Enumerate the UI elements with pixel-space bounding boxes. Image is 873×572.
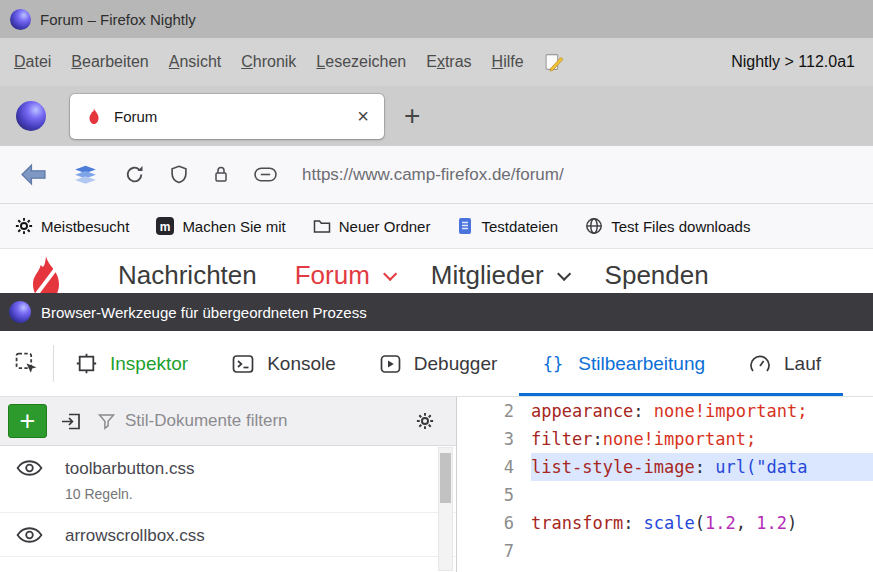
navigation-toolbar: https://www.camp-firefox.de/forum/ xyxy=(0,146,873,204)
menubar-items: DateiBearbeitenAnsichtChronikLesezeichen… xyxy=(14,53,524,71)
code-line: 2appearance: none!important; xyxy=(457,397,873,425)
eye-icon[interactable] xyxy=(16,526,43,544)
stylesheet-name: arrowscrollbox.css xyxy=(65,526,205,546)
devtools-title: Browser-Werkzeuge für übergeordneten Pro… xyxy=(41,304,367,321)
notes-icon[interactable] xyxy=(544,52,564,72)
url-text: https://www.camp-firefox.de/forum/ xyxy=(302,165,564,185)
bookmark-neuer-ordner[interactable]: Neuer Ordner xyxy=(313,218,431,235)
devtools-tab-debugger[interactable]: Debugger xyxy=(358,331,519,396)
menu-item-bearbeiten[interactable]: Bearbeiten xyxy=(71,53,148,71)
lock-icon[interactable] xyxy=(213,165,229,184)
address-bar[interactable]: https://www.camp-firefox.de/forum/ xyxy=(302,165,564,185)
inspector-frame-icon xyxy=(76,353,97,374)
bookmark-meistbesucht[interactable]: Meistbesucht xyxy=(15,217,129,235)
menu-item-chronik[interactable]: Chronik xyxy=(241,53,296,71)
code-line: 4list-style-image: url("data xyxy=(457,453,873,481)
chevron-down-icon xyxy=(557,266,571,280)
performance-icon xyxy=(749,353,771,375)
devtools-tab-konsole[interactable]: Konsole xyxy=(210,331,358,396)
menu-item-ansicht[interactable]: Ansicht xyxy=(169,53,221,71)
style-editor-panel: + toolbarbutton.css10 Regeln.arrowscroll… xyxy=(0,397,873,572)
devtools-titlebar: Browser-Werkzeuge für übergeordneten Pro… xyxy=(0,293,873,331)
permissions-icon[interactable] xyxy=(254,167,277,182)
site-nav-spenden[interactable]: Spenden xyxy=(605,260,709,291)
style-editor-toolbar: + xyxy=(0,397,456,446)
new-tab-button[interactable]: + xyxy=(404,102,420,130)
tracking-protection-shield-icon[interactable] xyxy=(170,165,188,185)
browser-window: Forum – Firefox Nightly DateiBearbeitenA… xyxy=(0,0,873,572)
code-text xyxy=(531,537,873,565)
devtools-tab-lauf[interactable]: Lauf xyxy=(727,331,843,396)
list-scrollbar[interactable] xyxy=(438,447,453,571)
stylesheet-item-toolbarbutton-css[interactable]: toolbarbutton.css10 Regeln. xyxy=(0,446,456,513)
bookmark-label: Testdateien xyxy=(481,218,558,235)
import-stylesheet-button[interactable] xyxy=(61,411,83,432)
code-text: transform: scale(1.2, 1.2) xyxy=(531,509,873,537)
tab-close-icon[interactable]: × xyxy=(357,106,369,126)
code-line: 7 xyxy=(457,537,873,565)
active-tab-forum[interactable]: Forum × xyxy=(70,94,384,139)
code-line: 5 xyxy=(457,481,873,509)
devtools-tab-stilbearbeitung[interactable]: {}Stilbearbeitung xyxy=(519,331,727,396)
mastodon-icon: m xyxy=(156,217,174,235)
file-icon xyxy=(457,217,473,235)
stylesheet-rule-count: 10 Regeln. xyxy=(65,486,194,502)
site-nav-nachrichten[interactable]: Nachrichten xyxy=(118,260,257,291)
bookmark-label: Machen Sie mit xyxy=(182,218,285,235)
menu-item-lesezeichen[interactable]: Lesezeichen xyxy=(316,53,406,71)
line-number: 2 xyxy=(457,397,531,425)
devtools-tab-label: Inspektor xyxy=(110,353,188,375)
flame-favicon-icon xyxy=(85,106,103,127)
gear-icon xyxy=(15,217,33,235)
devtools-tab-label: Lauf xyxy=(784,353,821,375)
code-text: appearance: none!important; xyxy=(531,397,873,425)
chevron-down-icon xyxy=(383,266,397,280)
devtools-tab-inspektor[interactable]: Inspektor xyxy=(54,331,210,396)
stylesheet-list: toolbarbutton.css10 Regeln.arrowscrollbo… xyxy=(0,446,456,572)
bookmarks-bar-items: MeistbesuchtmMachen Sie mitNeuer OrdnerT… xyxy=(15,217,750,235)
stylesheet-name: toolbarbutton.css xyxy=(65,459,194,479)
site-nav-mitglieder[interactable]: Mitglieder xyxy=(431,260,567,291)
titlebar: Forum – Firefox Nightly xyxy=(0,0,873,38)
bookmark-test-files-downloads[interactable]: Test Files downloads xyxy=(585,217,750,235)
stylesheet-info: arrowscrollbox.css xyxy=(65,526,205,546)
svg-text:m: m xyxy=(160,220,171,234)
devtools-tabbar: InspektorKonsoleDebugger{}Stilbearbeitun… xyxy=(0,331,873,397)
style-editor-source[interactable]: 2appearance: none!important;3filter:none… xyxy=(457,397,873,572)
scrollbar-thumb[interactable] xyxy=(440,453,451,503)
node-picker-button[interactable] xyxy=(0,331,53,396)
menu-item-hilfe[interactable]: Hilfe xyxy=(492,53,524,71)
filter-icon xyxy=(97,412,116,430)
line-number: 6 xyxy=(457,509,531,537)
firefox-devtools-icon xyxy=(9,301,31,323)
code-line: 6transform: scale(1.2, 1.2) xyxy=(457,509,873,537)
bookmark-machen-sie-mit[interactable]: mMachen Sie mit xyxy=(156,217,285,235)
stylesheet-item-arrowscrollbox-css[interactable]: arrowscrollbox.css xyxy=(0,513,456,557)
camp-firefox-logo[interactable] xyxy=(20,251,72,293)
menu-item-datei[interactable]: Datei xyxy=(14,53,51,71)
console-icon xyxy=(232,354,254,374)
stylesheet-filter-input[interactable] xyxy=(125,411,355,431)
back-button[interactable] xyxy=(20,163,47,186)
bookmark-testdateien[interactable]: Testdateien xyxy=(457,217,558,235)
window-title: Forum – Firefox Nightly xyxy=(40,11,196,28)
eye-icon[interactable] xyxy=(16,459,43,477)
devtools-tab-label: Stilbearbeitung xyxy=(578,353,705,375)
bookmark-label: Meistbesucht xyxy=(41,218,129,235)
menu-item-extras[interactable]: Extras xyxy=(426,53,471,71)
line-number: 5 xyxy=(457,481,531,509)
devtools-tab-label: Debugger xyxy=(414,353,497,375)
tab-bar: Forum × + xyxy=(0,86,873,146)
code-text xyxy=(531,481,873,509)
code-line: 3filter:none!important; xyxy=(457,425,873,453)
devtools-tab-label: Konsole xyxy=(267,353,336,375)
stack-forward-icon[interactable] xyxy=(72,163,99,186)
line-number: 7 xyxy=(457,537,531,565)
new-stylesheet-button[interactable]: + xyxy=(8,404,47,438)
stylesheet-info: toolbarbutton.css10 Regeln. xyxy=(65,459,194,502)
version-label: Nightly > 112.0a1 xyxy=(731,53,859,71)
style-editor-settings-button[interactable] xyxy=(416,412,434,430)
site-nav-forum[interactable]: Forum xyxy=(295,260,393,291)
bookmarks-toolbar: MeistbesuchtmMachen Sie mitNeuer OrdnerT… xyxy=(0,204,873,249)
reload-button[interactable] xyxy=(124,164,145,185)
